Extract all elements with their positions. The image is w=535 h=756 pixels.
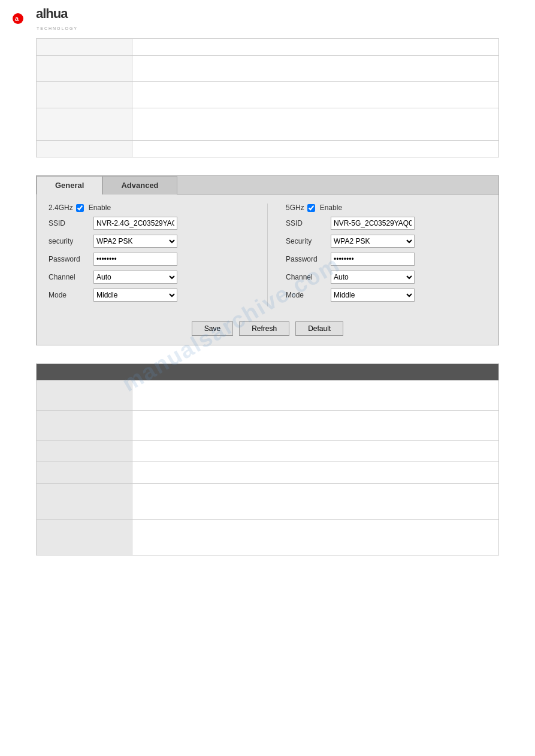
table-cell-value [132, 39, 499, 56]
channel-24ghz-select[interactable]: Auto 123 [93, 271, 177, 284]
freq-24ghz-enable-text: Enable [89, 204, 111, 212]
table-cell-label [37, 381, 132, 411]
mode-5ghz-label: Mode [286, 291, 331, 299]
table-row [37, 520, 499, 555]
ssid-5ghz-label: SSID [286, 219, 331, 227]
ssid-5ghz-input[interactable] [331, 217, 415, 230]
wifi-panel-wrapper: General Advanced 2.4GHz Enable SSID [36, 175, 499, 345]
ssid-24ghz-label: SSID [49, 219, 93, 227]
table-cell-label [37, 39, 132, 56]
table-cell-value [132, 82, 499, 108]
freq-5ghz-checkbox[interactable] [307, 204, 315, 212]
brand-subtext: TECHNOLOGY [37, 26, 78, 31]
mode-5ghz-select[interactable]: Low Middle High [331, 289, 415, 302]
table-row [37, 82, 499, 108]
security-5ghz-label: Security [286, 237, 331, 245]
table-row [37, 411, 499, 441]
wifi-5ghz-password-row: Password [286, 253, 486, 266]
table-cell-label [37, 141, 132, 157]
password-24ghz-label: Password [49, 255, 93, 263]
table-cell-label [37, 411, 132, 441]
wifi-tabs: General Advanced [37, 176, 498, 195]
table-row [37, 462, 499, 484]
bottom-table [36, 363, 499, 555]
svg-text:a: a [15, 15, 19, 22]
wifi-24ghz-password-row: Password [49, 253, 249, 266]
table-cell-value [132, 381, 499, 411]
table-row [37, 56, 499, 82]
wifi-24ghz-ssid-row: SSID [49, 217, 249, 230]
bottom-table-header-row [37, 364, 499, 381]
security-24ghz-select[interactable]: WPA2 PSK WPA PSK None [93, 235, 177, 248]
table-row [37, 39, 499, 56]
password-5ghz-label: Password [286, 255, 331, 263]
wifi-5ghz-channel-row: Channel Auto 3640 [286, 271, 486, 284]
freq-5ghz-enable-text: Enable [320, 204, 342, 212]
wifi-5ghz-column: 5GHz Enable SSID Security WPA2 PSK WPA P… [286, 204, 486, 306]
table-cell-value [132, 141, 499, 157]
tab-spacer [177, 176, 498, 195]
table-cell-label [37, 441, 132, 462]
bottom-table-header-cell [37, 364, 499, 381]
mode-24ghz-select[interactable]: Low Middle High [93, 289, 177, 302]
table-cell-label [37, 56, 132, 82]
top-table [36, 38, 499, 157]
channel-5ghz-label: Channel [286, 273, 331, 281]
wifi-buttons-row: Save Refresh Default [37, 315, 498, 345]
table-row [37, 441, 499, 462]
logo-area: a alhua TECHNOLOGY [0, 0, 535, 34]
table-row [37, 141, 499, 157]
logo-container: a alhua TECHNOLOGY [12, 6, 523, 31]
freq-24ghz-label: 2.4GHz [49, 204, 73, 212]
wifi-column-divider [267, 204, 268, 306]
password-24ghz-input[interactable] [93, 253, 177, 266]
wifi-24ghz-enable-row: 2.4GHz Enable [49, 204, 249, 212]
table-cell-label [37, 484, 132, 520]
brand-name: alhua [36, 6, 67, 21]
table-cell-value [132, 441, 499, 462]
refresh-button[interactable]: Refresh [239, 321, 289, 336]
freq-24ghz-checkbox[interactable] [76, 204, 84, 212]
save-button[interactable]: Save [192, 321, 233, 336]
wifi-24ghz-column: 2.4GHz Enable SSID security WPA2 PSK WPA… [49, 204, 249, 306]
password-5ghz-input[interactable] [331, 253, 415, 266]
wifi-5ghz-security-row: Security WPA2 PSK WPA PSK None [286, 235, 486, 248]
table-cell-value [132, 484, 499, 520]
table-cell-value [132, 520, 499, 555]
table-row [37, 484, 499, 520]
wifi-5ghz-enable-row: 5GHz Enable [286, 204, 486, 212]
wifi-5ghz-ssid-row: SSID [286, 217, 486, 230]
table-cell-label [37, 82, 132, 108]
table-row [37, 381, 499, 411]
channel-5ghz-select[interactable]: Auto 3640 [331, 271, 415, 284]
wifi-content: 2.4GHz Enable SSID security WPA2 PSK WPA… [37, 195, 498, 315]
security-24ghz-label: security [49, 237, 93, 245]
table-cell-label [37, 520, 132, 555]
table-cell-value [132, 56, 499, 82]
wifi-24ghz-security-row: security WPA2 PSK WPA PSK None [49, 235, 249, 248]
wifi-24ghz-mode-row: Mode Low Middle High [49, 289, 249, 302]
wifi-panel: General Advanced 2.4GHz Enable SSID [36, 175, 499, 345]
table-cell-value [132, 411, 499, 441]
table-cell-label [37, 462, 132, 484]
table-cell-label [37, 108, 132, 141]
wifi-24ghz-channel-row: Channel Auto 123 [49, 271, 249, 284]
tab-advanced[interactable]: Advanced [102, 176, 177, 195]
mode-24ghz-label: Mode [49, 291, 93, 299]
tab-general[interactable]: General [37, 176, 102, 195]
table-row [37, 108, 499, 141]
freq-5ghz-label: 5GHz [286, 204, 304, 212]
ssid-24ghz-input[interactable] [93, 217, 177, 230]
dahua-logo-icon: a [12, 10, 35, 27]
table-cell-value [132, 108, 499, 141]
default-button[interactable]: Default [295, 321, 343, 336]
security-5ghz-select[interactable]: WPA2 PSK WPA PSK None [331, 235, 415, 248]
wifi-5ghz-mode-row: Mode Low Middle High [286, 289, 486, 302]
channel-24ghz-label: Channel [49, 273, 93, 281]
table-cell-value [132, 462, 499, 484]
